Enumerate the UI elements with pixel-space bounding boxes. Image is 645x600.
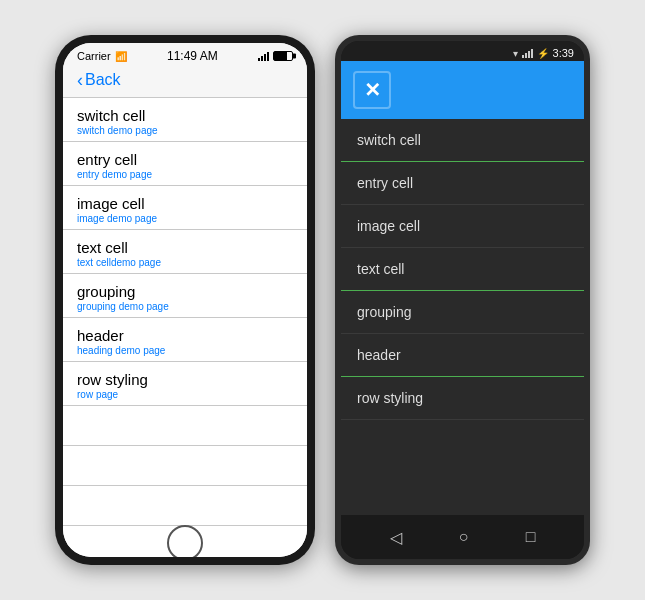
ios-item-subtitle: heading demo page (77, 345, 293, 356)
back-label: Back (85, 71, 121, 89)
android-list-item[interactable]: switch cell (341, 119, 584, 162)
ios-item-subtitle: switch demo page (77, 125, 293, 136)
android-back-icon[interactable]: ◁ (390, 528, 402, 547)
android-list: switch cellentry cellimage celltext cell… (341, 119, 584, 515)
android-list-item[interactable]: text cell (341, 248, 584, 291)
wifi-icon: 📶 (115, 51, 127, 62)
android-list-item[interactable]: image cell (341, 205, 584, 248)
carrier-label: Carrier (77, 50, 111, 62)
android-list-item[interactable]: row styling (341, 377, 584, 420)
ios-item-title: header (77, 327, 293, 344)
android-status-icons: ▾ ⚡ 3:39 (513, 47, 574, 59)
ios-item-title: image cell (77, 195, 293, 212)
android-item-title: switch cell (357, 132, 568, 148)
android-item-title: entry cell (357, 175, 568, 191)
android-signal-icon (522, 49, 533, 58)
ios-status-bar: Carrier 📶 11:49 AM (63, 43, 307, 65)
wifi-icon: ▾ (513, 48, 518, 59)
ios-battery-icon (273, 51, 293, 61)
ios-list-item[interactable]: entry cell entry demo page (63, 142, 307, 186)
ios-item-subtitle: entry demo page (77, 169, 293, 180)
ios-nav-bar: ‹ Back (63, 65, 307, 98)
android-item-title: text cell (357, 261, 568, 277)
ios-home-button[interactable] (167, 525, 203, 557)
ios-list-item[interactable]: header heading demo page (63, 318, 307, 362)
ios-signal-icon (258, 52, 269, 61)
ios-list-item[interactable]: row styling row page (63, 362, 307, 406)
ios-item-subtitle: row page (77, 389, 293, 400)
android-item-title: row styling (357, 390, 568, 406)
ios-item-subtitle: text celldemo page (77, 257, 293, 268)
android-list-item[interactable]: grouping (341, 291, 584, 334)
ios-time: 11:49 AM (167, 49, 218, 63)
android-toolbar: ✕ (341, 61, 584, 119)
android-recent-icon[interactable]: □ (526, 528, 536, 546)
android-nav-bar: ◁ ○ □ (341, 515, 584, 559)
ios-home-area (63, 529, 307, 557)
android-home-icon[interactable]: ○ (459, 528, 469, 546)
ios-item-subtitle: image demo page (77, 213, 293, 224)
ios-status-icons (258, 51, 293, 61)
ios-item-title: row styling (77, 371, 293, 388)
ios-list-item-empty (63, 446, 307, 486)
ios-list: switch cell switch demo page entry cell … (63, 98, 307, 529)
ios-list-item[interactable]: switch cell switch demo page (63, 98, 307, 142)
android-list-item[interactable]: header (341, 334, 584, 377)
android-status-bar: ▾ ⚡ 3:39 (341, 41, 584, 61)
android-item-title: image cell (357, 218, 568, 234)
ios-item-subtitle: grouping demo page (77, 301, 293, 312)
x-icon: ✕ (364, 78, 381, 102)
ios-item-title: text cell (77, 239, 293, 256)
chevron-left-icon: ‹ (77, 71, 83, 89)
android-charging-icon: ⚡ (537, 48, 549, 59)
ios-item-title: entry cell (77, 151, 293, 168)
android-item-title: grouping (357, 304, 568, 320)
ios-item-title: grouping (77, 283, 293, 300)
ios-list-item[interactable]: grouping grouping demo page (63, 274, 307, 318)
ios-list-item[interactable]: text cell text celldemo page (63, 230, 307, 274)
android-time: 3:39 (553, 47, 574, 59)
app-icon: ✕ (353, 71, 391, 109)
android-list-item[interactable]: entry cell (341, 162, 584, 205)
ios-carrier: Carrier 📶 (77, 50, 127, 62)
android-phone: ▾ ⚡ 3:39 ✕ switch cellentry cellimage ce… (335, 35, 590, 565)
ios-list-item[interactable]: image cell image demo page (63, 186, 307, 230)
ios-list-item-empty (63, 406, 307, 446)
ios-list-item-empty (63, 486, 307, 526)
android-item-title: header (357, 347, 568, 363)
ios-phone: Carrier 📶 11:49 AM ‹ Back switch (55, 35, 315, 565)
back-button[interactable]: ‹ Back (77, 71, 293, 89)
ios-item-title: switch cell (77, 107, 293, 124)
